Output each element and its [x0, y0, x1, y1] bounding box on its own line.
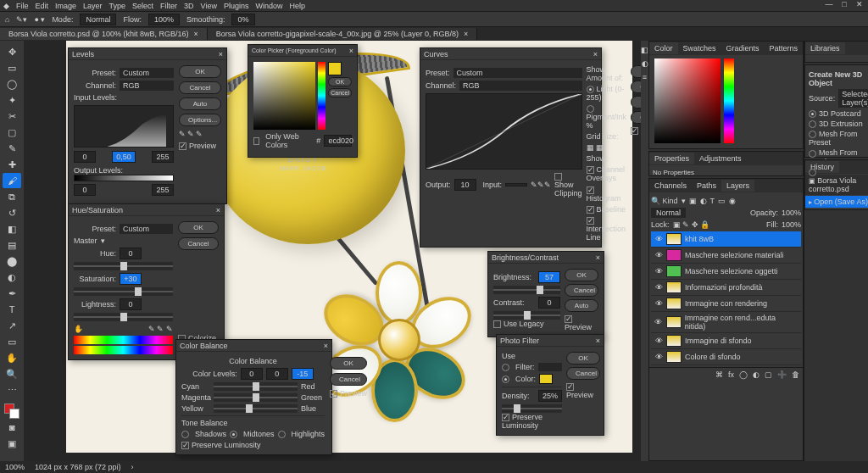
cancel-button[interactable]: Cancel [565, 284, 598, 297]
color-swatches[interactable] [4, 403, 19, 419]
cancel-button[interactable]: Cancel [178, 237, 219, 250]
cbal-val-1[interactable]: 0 [241, 368, 263, 380]
legacy-checkbox[interactable] [493, 320, 501, 328]
dodge-tool[interactable]: ◐ [3, 270, 21, 285]
smoothing-value[interactable]: 0% [231, 14, 254, 25]
eyedropper-tool[interactable]: ✎ [3, 141, 21, 156]
output-white[interactable]: 255 [152, 184, 174, 196]
panel-icon[interactable]: ≡ [643, 73, 647, 81]
close-icon[interactable]: × [593, 50, 598, 58]
eyedropper-icon[interactable]: ✎ ✎ ✎ [148, 325, 173, 333]
visibility-icon[interactable]: 👁 [654, 299, 663, 308]
history-brush-tool[interactable]: ↺ [3, 205, 21, 220]
filter-color-swatch[interactable] [539, 374, 553, 384]
light-value[interactable]: 0 [120, 298, 142, 310]
mode-select[interactable]: Normal [80, 14, 116, 25]
cbal-val-3[interactable]: -15 [292, 368, 314, 380]
cyan-red-slider[interactable] [214, 382, 298, 391]
cancel-button[interactable]: Cancel [179, 81, 221, 94]
contrast-value[interactable]: 0 [538, 297, 560, 309]
wand-tool[interactable]: ✦ [3, 92, 21, 108]
highlights-radio[interactable] [278, 431, 286, 438]
sat-value[interactable]: +30 [120, 273, 142, 285]
preset-select[interactable]: Custom [453, 68, 582, 78]
close-icon[interactable]: × [216, 206, 220, 214]
screenmode-tool[interactable]: ▣ [3, 436, 21, 451]
visibility-icon[interactable]: 👁 [654, 353, 663, 361]
histogram[interactable] [74, 105, 174, 147]
light-slider[interactable] [74, 313, 173, 321]
baseline-checkbox[interactable] [587, 206, 594, 214]
menu-plugins[interactable]: Plugins [224, 2, 249, 10]
brush-tool[interactable]: 🖌 [3, 173, 21, 188]
home-icon[interactable]: ⌂ [5, 15, 9, 24]
shadows-radio[interactable] [181, 431, 189, 438]
ok-button[interactable]: OK [330, 357, 367, 370]
visibility-icon[interactable]: 👁 [654, 337, 663, 345]
ok-button[interactable]: OK [178, 221, 219, 234]
color-tab[interactable]: Color [649, 42, 678, 54]
intersection-checkbox[interactable] [587, 217, 594, 225]
menu-file[interactable]: File [16, 2, 29, 10]
fx-icon[interactable]: fx [728, 370, 734, 379]
menu-select[interactable]: Select [132, 2, 153, 10]
menu-3d[interactable]: 3D [184, 2, 194, 10]
input-value[interactable] [505, 183, 527, 186]
chevron-right-icon[interactable]: › [131, 463, 134, 471]
new-layer-icon[interactable]: ➕ [777, 370, 787, 379]
yellow-blue-slider[interactable] [214, 404, 298, 413]
menu-image[interactable]: Image [55, 2, 76, 10]
layer-row[interactable]: 👁Colore di sfondo [651, 349, 801, 365]
mesh-preset-radio[interactable] [809, 131, 816, 138]
menu-help[interactable]: Help [290, 2, 306, 10]
close-icon[interactable]: × [596, 253, 600, 262]
adjustment-icon[interactable]: ◐ [753, 370, 760, 379]
visibility-icon[interactable]: 👁 [654, 235, 663, 243]
output-value[interactable]: 10 [454, 179, 476, 191]
doc-tab-1[interactable]: Borsa Viola corretto.psd @ 100% (khit 8w… [0, 28, 208, 40]
filter-icon[interactable]: ▣ [689, 197, 697, 205]
preview-checkbox[interactable] [179, 142, 186, 150]
hue-strip[interactable] [318, 62, 326, 130]
eraser-tool[interactable]: ◧ [3, 221, 21, 236]
light-radio[interactable] [587, 86, 594, 93]
filter-icon[interactable]: ◐ [700, 197, 707, 205]
layer-row[interactable]: 👁Immagine con rend...eduta nitida) [651, 312, 801, 333]
gradient-tool[interactable]: ▤ [3, 237, 21, 253]
paths-tab[interactable]: Paths [692, 180, 721, 192]
ok-button[interactable]: OK [565, 269, 598, 281]
eyedropper-white-icon[interactable]: ✎ [196, 130, 203, 138]
preserve-lum-checkbox[interactable] [181, 442, 189, 449]
preserve-lum-checkbox[interactable] [502, 414, 509, 421]
cbal-val-2[interactable]: 0 [266, 368, 288, 380]
preset-select[interactable]: Custom [120, 68, 174, 78]
layer-row[interactable]: 👁Informazioni profondità [651, 280, 801, 296]
layer-row[interactable]: 👁Maschere selezione oggetti [651, 264, 801, 280]
pigment-radio[interactable] [587, 105, 594, 113]
ok-button[interactable]: OK [566, 352, 600, 364]
visibility-icon[interactable]: 👁 [654, 318, 663, 326]
hex-value[interactable]: ecd020 [324, 135, 352, 147]
visibility-icon[interactable]: 👁 [654, 283, 663, 292]
master-select[interactable]: Master [74, 236, 97, 245]
lasso-tool[interactable]: ◯ [3, 76, 21, 92]
blend-mode-select[interactable]: Normal [651, 208, 686, 218]
preview-checkbox[interactable] [566, 383, 574, 391]
menu-type[interactable]: Type [109, 2, 126, 10]
close-tab-icon[interactable]: × [464, 30, 468, 38]
properties-tab[interactable]: Properties [649, 153, 694, 164]
preview-checkbox[interactable] [631, 127, 638, 135]
maximize-button[interactable]: □ [839, 0, 849, 8]
density-value[interactable]: 25% [538, 390, 562, 402]
brightness-value[interactable]: 57 [538, 271, 560, 283]
filter-icon[interactable]: ▭ [718, 197, 726, 205]
lock-icon[interactable]: ▣ ✎ ✥ 🔒 [673, 220, 710, 229]
move-tool[interactable]: ✥ [3, 44, 21, 59]
kind-filter[interactable]: 🔍 Kind [651, 197, 678, 205]
menu-filter[interactable]: Filter [160, 2, 177, 10]
doc-tab-2[interactable]: Borsa Viola corretto-gigapixel-scale-4_0… [208, 28, 477, 40]
filter-radio[interactable] [502, 364, 509, 371]
blur-tool[interactable]: ⬤ [3, 253, 21, 269]
filter-icon[interactable]: ◉ [729, 197, 736, 205]
visibility-icon[interactable]: 👁 [654, 267, 663, 275]
